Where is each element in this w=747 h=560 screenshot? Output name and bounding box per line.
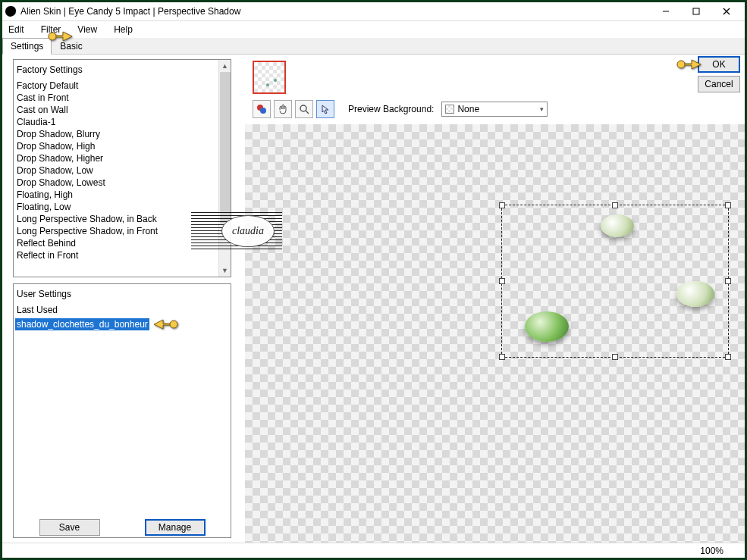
- list-item[interactable]: Drop Shadow, High: [15, 140, 217, 152]
- list-item[interactable]: Long Perspective Shadow, in Back: [15, 213, 217, 225]
- resize-handle[interactable]: [499, 202, 505, 208]
- list-item[interactable]: Drop Shadow, Low: [15, 164, 217, 177]
- list-item[interactable]: Cast on Wall: [15, 104, 217, 116]
- resize-handle[interactable]: [725, 354, 731, 360]
- resize-handle[interactable]: [499, 278, 505, 284]
- tab-basic-label: Basic: [60, 41, 82, 52]
- dialog-actions: OK Cancel: [672, 55, 740, 92]
- list-item[interactable]: Last Used: [15, 304, 229, 316]
- list-item[interactable]: Cast in Front: [15, 92, 217, 104]
- app-window: Alien Skin | Eye Candy 5 Impact | Perspe…: [0, 0, 747, 560]
- body: Factory Settings Factory Default Cast in…: [2, 55, 745, 543]
- resize-handle[interactable]: [612, 354, 618, 360]
- svg-point-8: [260, 108, 266, 114]
- manage-button[interactable]: Manage: [145, 519, 206, 536]
- list-item[interactable]: Floating, Low: [15, 201, 217, 213]
- list-item[interactable]: Floating, High: [15, 189, 217, 201]
- scroll-down-icon[interactable]: ▼: [219, 264, 231, 277]
- menu-help[interactable]: Help: [111, 23, 136, 36]
- zoom-tool-icon[interactable]: [295, 100, 313, 118]
- tab-settings[interactable]: Settings: [2, 38, 52, 55]
- thumbnail-strip: [253, 59, 745, 95]
- user-actions: Save Manage: [14, 515, 231, 537]
- app-icon: [5, 6, 16, 17]
- user-header: User Settings: [15, 287, 229, 304]
- tabbar: Settings Basic: [2, 38, 745, 55]
- menubar: Edit Filter View Help: [2, 21, 745, 38]
- svg-rect-1: [693, 8, 699, 14]
- scroll-thumb[interactable]: [220, 72, 231, 224]
- minimize-button[interactable]: [651, 3, 681, 20]
- list-item[interactable]: Reflect Behind: [15, 237, 217, 249]
- svg-point-5: [170, 321, 177, 328]
- list-item-selected[interactable]: shadow_clochettes_du_bonheur: [15, 318, 149, 330]
- zoom-level: 100%: [700, 546, 723, 556]
- svg-point-9: [300, 105, 306, 111]
- scrollbar[interactable]: ▲ ▼: [218, 60, 231, 277]
- selection-frame[interactable]: [501, 205, 729, 358]
- preview-canvas[interactable]: [245, 124, 745, 543]
- preview-bg-label: Preview Background:: [348, 104, 434, 114]
- pointer-icon: [152, 316, 178, 333]
- hand-tool-icon[interactable]: [274, 100, 292, 118]
- toolbar: Preview Background: None ▾: [236, 100, 745, 124]
- list-item[interactable]: Reflect in Front: [15, 249, 217, 261]
- scroll-up-icon[interactable]: ▲: [219, 60, 231, 72]
- tab-basic[interactable]: Basic: [52, 38, 90, 54]
- factory-list-inner: Factory Settings Factory Default Cast in…: [14, 60, 218, 277]
- preview-object: [525, 311, 569, 342]
- thumb-dot: [274, 79, 277, 82]
- list-item[interactable]: Drop Shadow, Lowest: [15, 177, 217, 189]
- thumbnail-selected[interactable]: [253, 61, 286, 94]
- resize-handle[interactable]: [612, 202, 618, 208]
- svg-point-6: [677, 61, 685, 68]
- preview-object: [601, 214, 634, 237]
- arrow-tool-icon[interactable]: [316, 100, 334, 118]
- factory-settings-list[interactable]: Factory Settings Factory Default Cast in…: [13, 59, 231, 277]
- menu-view[interactable]: View: [74, 23, 100, 36]
- resize-handle[interactable]: [725, 278, 731, 284]
- cancel-button[interactable]: Cancel: [698, 76, 740, 92]
- user-settings-list[interactable]: User Settings Last Used shadow_clochette…: [13, 283, 231, 538]
- chevron-down-icon: ▾: [540, 105, 544, 113]
- thumb-dot: [266, 83, 269, 86]
- close-button[interactable]: [711, 3, 742, 20]
- transparency-swatch-icon: [445, 105, 454, 114]
- menu-edit[interactable]: Edit: [5, 23, 27, 36]
- user-list-inner: User Settings Last Used shadow_clochette…: [14, 284, 231, 515]
- titlebar: Alien Skin | Eye Candy 5 Impact | Perspe…: [2, 2, 745, 21]
- preview-bg-select[interactable]: None ▾: [441, 102, 548, 117]
- list-item[interactable]: Long Perspective Shadow, in Front: [15, 225, 217, 237]
- factory-header: Factory Settings: [15, 63, 217, 80]
- list-item[interactable]: Drop Shadow, Blurry: [15, 128, 217, 140]
- resize-handle[interactable]: [499, 354, 505, 360]
- resize-handle[interactable]: [725, 202, 731, 208]
- save-button[interactable]: Save: [39, 519, 100, 536]
- ok-button[interactable]: OK: [698, 56, 740, 73]
- preview-bg-value: None: [457, 104, 479, 114]
- menu-filter[interactable]: Filter: [38, 23, 64, 36]
- color-tool-icon[interactable]: [253, 100, 271, 118]
- window-title: Alien Skin | Eye Candy 5 Impact | Perspe…: [20, 6, 651, 17]
- status-bar: 100%: [2, 543, 745, 558]
- preview-object: [676, 281, 714, 307]
- right-panel: OK Cancel Preview Background: None ▾: [236, 55, 745, 543]
- list-item[interactable]: Claudia-1: [15, 116, 217, 128]
- maximize-button[interactable]: [681, 3, 711, 20]
- left-panel: Factory Settings Factory Default Cast in…: [2, 55, 236, 543]
- list-item[interactable]: Drop Shadow, Higher: [15, 152, 217, 164]
- window-controls: [651, 3, 742, 20]
- svg-line-10: [306, 111, 309, 114]
- list-item[interactable]: Factory Default: [15, 80, 217, 92]
